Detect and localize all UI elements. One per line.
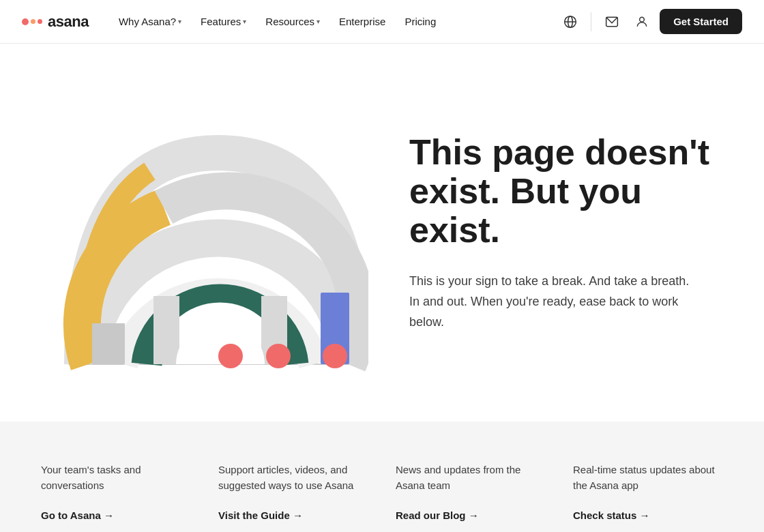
- footer-card-1: Support articles, videos, and suggested …: [218, 462, 368, 521]
- chevron-down-icon: ▾: [317, 18, 320, 25]
- logo[interactable]: asana: [22, 13, 89, 31]
- globe-icon: [563, 15, 577, 29]
- 404-illustration: [27, 85, 368, 378]
- nav-left: asana Why Asana? ▾ Features ▾ Resources …: [22, 10, 444, 33]
- footer-desc-1: Support articles, videos, and suggested …: [218, 462, 368, 493]
- user-button[interactable]: [630, 10, 654, 34]
- chevron-down-icon: ▾: [243, 18, 246, 25]
- nav-link-resources[interactable]: Resources ▾: [257, 10, 328, 33]
- logo-dot-pink2: [38, 19, 42, 24]
- nav-divider: [591, 12, 591, 31]
- footer-desc-2: News and updates from the Asana team: [396, 462, 546, 493]
- nav-link-features[interactable]: Features ▾: [192, 10, 254, 33]
- hero-heading: This page doesn't exist. But you exist.: [409, 133, 723, 250]
- footer-desc-3: Real-time status updates about the Asana…: [573, 462, 723, 493]
- user-icon: [635, 15, 649, 29]
- footer-card-0: Your team's tasks and conversations Go t…: [41, 462, 191, 521]
- svg-point-10: [218, 344, 243, 368]
- hero-body: This is your sign to take a break. And t…: [409, 271, 696, 332]
- svg-point-12: [323, 344, 347, 368]
- svg-rect-6: [153, 296, 179, 364]
- nav-link-enterprise[interactable]: Enterprise: [331, 10, 394, 33]
- footer-link-2[interactable]: Read our Blog →: [396, 509, 546, 521]
- footer-grid: Your team's tasks and conversations Go t…: [41, 462, 723, 521]
- navbar: asana Why Asana? ▾ Features ▾ Resources …: [0, 0, 764, 44]
- chevron-down-icon: ▾: [178, 18, 181, 25]
- nav-right: Get Started: [558, 9, 742, 34]
- hero-section: This page doesn't exist. But you exist. …: [0, 44, 764, 422]
- footer-link-1[interactable]: Visit the Guide →: [218, 509, 368, 521]
- nav-links: Why Asana? ▾ Features ▾ Resources ▾ Ente…: [111, 10, 444, 33]
- hero-illustration: [27, 85, 368, 381]
- svg-point-4: [640, 17, 645, 22]
- svg-rect-8: [92, 323, 125, 364]
- nav-link-why-asana[interactable]: Why Asana? ▾: [111, 10, 190, 33]
- svg-point-11: [266, 344, 291, 368]
- logo-dots: [22, 18, 42, 25]
- mail-icon: [605, 15, 619, 29]
- footer-link-0[interactable]: Go to Asana →: [41, 509, 191, 521]
- footer-card-2: News and updates from the Asana team Rea…: [396, 462, 546, 521]
- nav-link-pricing[interactable]: Pricing: [396, 10, 444, 33]
- footer-card-3: Real-time status updates about the Asana…: [573, 462, 723, 521]
- mail-button[interactable]: [600, 10, 624, 34]
- footer-section: Your team's tasks and conversations Go t…: [0, 422, 764, 532]
- logo-text: asana: [48, 13, 89, 31]
- get-started-button[interactable]: Get Started: [660, 9, 742, 34]
- hero-text: This page doesn't exist. But you exist. …: [368, 133, 723, 333]
- footer-link-3[interactable]: Check status →: [573, 509, 723, 521]
- logo-dot-pink: [22, 18, 29, 25]
- footer-desc-0: Your team's tasks and conversations: [41, 462, 191, 493]
- logo-dot-orange: [31, 19, 35, 24]
- globe-button[interactable]: [558, 10, 583, 34]
